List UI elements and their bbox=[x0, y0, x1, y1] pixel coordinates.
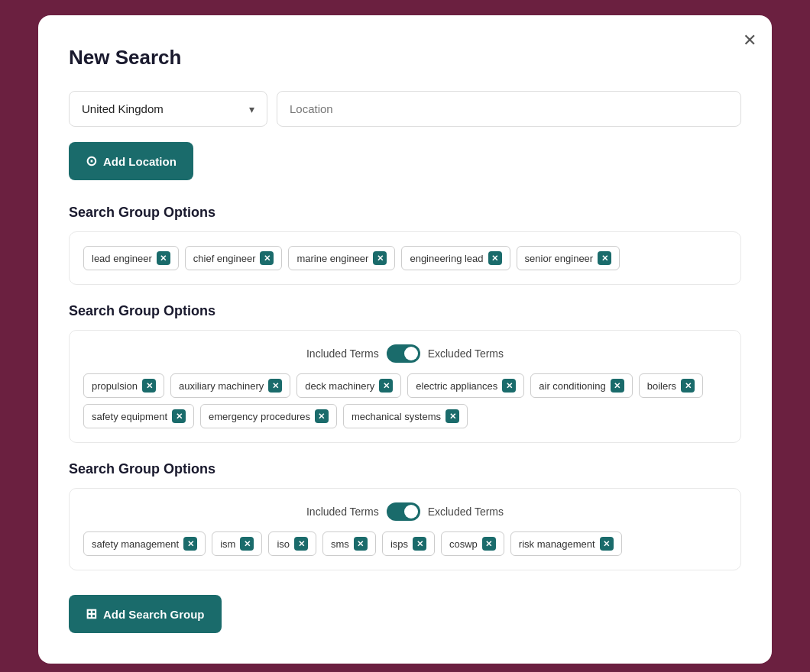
toggle-switch-1[interactable] bbox=[387, 344, 420, 363]
search-groups-container: Search Group Optionslead engineer✕chief … bbox=[69, 205, 741, 570]
remove-tag-button[interactable]: ✕ bbox=[446, 409, 459, 423]
excluded-terms-label: Excluded Terms bbox=[428, 506, 504, 518]
list-item: deck machinery✕ bbox=[296, 373, 401, 398]
list-item: propulsion✕ bbox=[83, 373, 164, 398]
list-item: air conditioning✕ bbox=[530, 373, 632, 398]
list-item: safety equipment✕ bbox=[83, 404, 194, 428]
tags-area-0: lead engineer✕chief engineer✕marine engi… bbox=[83, 246, 727, 270]
list-item: sms✕ bbox=[322, 531, 376, 556]
list-item: auxiliary machinery✕ bbox=[170, 373, 290, 398]
list-item: isps✕ bbox=[382, 531, 435, 556]
remove-tag-button[interactable]: ✕ bbox=[260, 251, 274, 265]
list-item: iso✕ bbox=[268, 531, 316, 556]
add-group-icon: ⊞ bbox=[86, 606, 97, 622]
remove-tag-button[interactable]: ✕ bbox=[502, 379, 516, 393]
tag-label: safety management bbox=[92, 538, 179, 550]
country-select[interactable]: United Kingdom ▾ bbox=[69, 91, 267, 127]
tags-area-2: safety management✕ism✕iso✕sms✕isps✕coswp… bbox=[83, 531, 727, 556]
add-search-group-button[interactable]: ⊞ Add Search Group bbox=[69, 595, 222, 633]
remove-tag-button[interactable]: ✕ bbox=[611, 379, 624, 393]
tag-label: isps bbox=[390, 538, 408, 550]
remove-tag-button[interactable]: ✕ bbox=[240, 537, 254, 551]
modal-title: New Search bbox=[69, 46, 741, 69]
tag-label: sms bbox=[331, 538, 349, 550]
remove-tag-button[interactable]: ✕ bbox=[183, 537, 197, 551]
list-item: chief engineer✕ bbox=[185, 246, 283, 270]
search-group-section-0: Search Group Optionslead engineer✕chief … bbox=[69, 205, 741, 285]
tag-label: electric appliances bbox=[416, 380, 497, 392]
list-item: electric appliances✕ bbox=[407, 373, 524, 398]
list-item: lead engineer✕ bbox=[83, 246, 179, 270]
add-location-label: Add Location bbox=[103, 155, 177, 168]
included-terms-label: Included Terms bbox=[306, 506, 379, 518]
tag-label: boilers bbox=[647, 380, 676, 392]
list-item: mechanical systems✕ bbox=[343, 404, 468, 428]
list-item: senior engineer✕ bbox=[517, 246, 620, 270]
list-item: marine engineer✕ bbox=[288, 246, 395, 270]
remove-tag-button[interactable]: ✕ bbox=[315, 409, 329, 423]
toggle-row-2: Included TermsExcluded Terms bbox=[83, 502, 727, 521]
search-group-label-2: Search Group Options bbox=[69, 461, 741, 477]
toggle-switch-2[interactable] bbox=[387, 502, 420, 521]
list-item: ism✕ bbox=[212, 531, 262, 556]
search-group-box-1: Included TermsExcluded Termspropulsion✕a… bbox=[69, 330, 741, 443]
remove-tag-button[interactable]: ✕ bbox=[379, 379, 393, 393]
remove-tag-button[interactable]: ✕ bbox=[598, 251, 611, 265]
list-item: emergency procedures✕ bbox=[200, 404, 337, 428]
tag-label: ism bbox=[220, 538, 235, 550]
search-group-section-1: Search Group OptionsIncluded TermsExclud… bbox=[69, 303, 741, 443]
tag-label: marine engineer bbox=[296, 253, 368, 264]
tag-label: mechanical systems bbox=[352, 411, 441, 422]
tags-area-1: propulsion✕auxiliary machinery✕deck mach… bbox=[83, 373, 727, 428]
tag-label: engineering lead bbox=[410, 253, 483, 264]
tag-label: propulsion bbox=[92, 380, 138, 392]
remove-tag-button[interactable]: ✕ bbox=[294, 537, 308, 551]
remove-tag-button[interactable]: ✕ bbox=[482, 537, 496, 551]
list-item: boilers✕ bbox=[639, 373, 703, 398]
remove-tag-button[interactable]: ✕ bbox=[157, 251, 170, 265]
tag-label: lead engineer bbox=[92, 253, 152, 264]
included-terms-label: Included Terms bbox=[306, 347, 379, 360]
tag-label: emergency procedures bbox=[209, 411, 310, 422]
search-group-box-2: Included TermsExcluded Termssafety manag… bbox=[69, 488, 741, 570]
remove-tag-button[interactable]: ✕ bbox=[373, 251, 387, 265]
add-location-button[interactable]: ⊙ Add Location bbox=[69, 142, 193, 180]
tag-label: iso bbox=[277, 538, 290, 550]
search-group-box-0: lead engineer✕chief engineer✕marine engi… bbox=[69, 231, 741, 285]
remove-tag-button[interactable]: ✕ bbox=[681, 379, 695, 393]
tag-label: safety equipment bbox=[92, 411, 167, 422]
add-search-group-label: Add Search Group bbox=[103, 608, 205, 621]
remove-tag-button[interactable]: ✕ bbox=[488, 251, 502, 265]
location-row: United Kingdom ▾ bbox=[69, 91, 741, 127]
tag-label: auxiliary machinery bbox=[179, 380, 264, 392]
search-group-label-1: Search Group Options bbox=[69, 303, 741, 319]
tag-label: risk management bbox=[519, 538, 595, 550]
country-label: United Kingdom bbox=[82, 102, 164, 115]
pin-icon: ⊙ bbox=[86, 153, 97, 170]
list-item: coswp✕ bbox=[441, 531, 504, 556]
list-item: safety management✕ bbox=[83, 531, 206, 556]
search-group-section-2: Search Group OptionsIncluded TermsExclud… bbox=[69, 461, 741, 570]
remove-tag-button[interactable]: ✕ bbox=[413, 537, 426, 551]
remove-tag-button[interactable]: ✕ bbox=[268, 379, 282, 393]
toggle-row-1: Included TermsExcluded Terms bbox=[83, 344, 727, 363]
remove-tag-button[interactable]: ✕ bbox=[600, 537, 614, 551]
remove-tag-button[interactable]: ✕ bbox=[172, 409, 186, 423]
new-search-modal: New Search ✕ United Kingdom ▾ ⊙ Add Loca… bbox=[38, 15, 772, 664]
tag-label: deck machinery bbox=[305, 380, 374, 392]
tag-label: senior engineer bbox=[525, 253, 594, 264]
list-item: engineering lead✕ bbox=[401, 246, 510, 270]
excluded-terms-label: Excluded Terms bbox=[428, 347, 504, 360]
remove-tag-button[interactable]: ✕ bbox=[142, 379, 156, 393]
chevron-down-icon: ▾ bbox=[249, 103, 254, 115]
close-button[interactable]: ✕ bbox=[743, 31, 757, 50]
list-item: risk management✕ bbox=[510, 531, 622, 556]
location-input[interactable] bbox=[277, 91, 741, 127]
tag-label: chief engineer bbox=[193, 253, 256, 264]
remove-tag-button[interactable]: ✕ bbox=[354, 537, 368, 551]
tag-label: air conditioning bbox=[539, 380, 605, 392]
search-group-label-0: Search Group Options bbox=[69, 205, 741, 221]
tag-label: coswp bbox=[449, 538, 478, 550]
